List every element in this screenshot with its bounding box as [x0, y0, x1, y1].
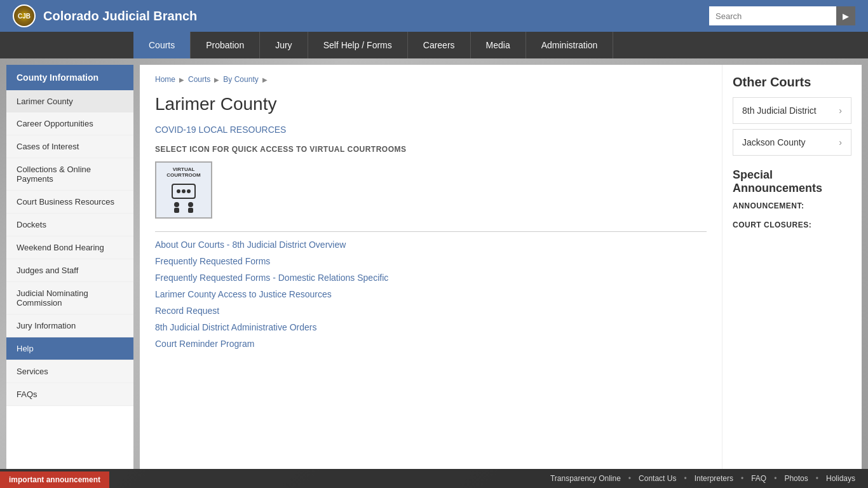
chevron-right-icon: ›: [839, 105, 842, 116]
court-closures-label: COURT CLOSURES:: [733, 220, 851, 229]
virtual-courtroom-icon[interactable]: VIRTUAL COURTROOM: [155, 161, 212, 219]
link-admin-orders[interactable]: 8th Judicial District Administrative Ord…: [155, 322, 707, 332]
sidebar-item-cases-of-interest[interactable]: Cases of Interest: [6, 135, 133, 158]
link-frequently-requested[interactable]: Frequently Requested Forms: [155, 256, 707, 266]
svg-point-1: [177, 189, 180, 193]
right-panel: Other Courts 8th Judicial District › Jac…: [722, 65, 862, 469]
nav-careers[interactable]: Careers: [408, 32, 471, 58]
footer-transparency[interactable]: Transparency Online: [550, 474, 621, 483]
breadcrumb-sep3: ▶: [262, 76, 268, 83]
search-container: ▶: [709, 6, 855, 25]
nav-probation[interactable]: Probation: [191, 32, 260, 58]
court-link-jackson[interactable]: Jackson County ›: [733, 129, 851, 156]
content-divider: [155, 231, 707, 232]
important-announcement-bar[interactable]: important announcement: [0, 471, 109, 488]
svg-point-4: [174, 202, 179, 207]
main-content: Home ▶ Courts ▶ By County ▶ Larimer Coun…: [140, 65, 722, 469]
breadcrumb-courts[interactable]: Courts: [188, 75, 210, 84]
footer-contact[interactable]: Contact Us: [639, 474, 676, 483]
nav-media[interactable]: Media: [471, 32, 526, 58]
sidebar-item-judges-staff[interactable]: Judges and Staff: [6, 259, 133, 282]
virtual-courtroom-svg: [167, 180, 200, 214]
other-courts-title: Other Courts: [733, 75, 851, 90]
breadcrumb-by-county[interactable]: By County: [223, 75, 258, 84]
link-court-reminder[interactable]: Court Reminder Program: [155, 339, 707, 349]
link-larimer-access[interactable]: Larimer County Access to Justice Resourc…: [155, 289, 707, 299]
svg-point-6: [188, 202, 193, 207]
virtual-courtroom-label: VIRTUAL COURTROOM: [156, 166, 211, 178]
search-button[interactable]: ▶: [836, 6, 855, 25]
announcements-title: Special Announcements: [733, 168, 851, 195]
chevron-right-icon-2: ›: [839, 137, 842, 147]
logo-icon: CJB: [13, 4, 36, 27]
page-title: Larimer County: [155, 94, 707, 114]
nav-selfhelp[interactable]: Self Help / Forms: [308, 32, 408, 58]
svg-rect-5: [174, 208, 179, 213]
footer-faq[interactable]: FAQ: [751, 474, 766, 483]
announcement-label: ANNOUNCEMENT:: [733, 201, 851, 210]
svg-point-2: [182, 189, 186, 193]
court-link-8th-judicial[interactable]: 8th Judicial District ›: [733, 97, 851, 124]
sidebar: County Information Larimer County Career…: [6, 65, 133, 469]
site-title: Colorado Judicial Branch: [43, 9, 197, 24]
court-link-8th-label: 8th Judicial District: [742, 105, 817, 116]
sidebar-item-collections[interactable]: Collections & Online Payments: [6, 158, 133, 191]
breadcrumb-home[interactable]: Home: [155, 75, 175, 84]
sidebar-item-career-opportunities[interactable]: Career Opportunities: [6, 112, 133, 135]
sidebar-item-dockets[interactable]: Dockets: [6, 214, 133, 236]
header-logo: CJB Colorado Judicial Branch: [13, 4, 197, 27]
link-about-courts[interactable]: About Our Courts - 8th Judicial District…: [155, 240, 707, 250]
sidebar-item-services[interactable]: Services: [6, 360, 133, 383]
breadcrumb: Home ▶ Courts ▶ By County ▶: [155, 75, 707, 84]
breadcrumb-sep2: ▶: [214, 76, 219, 83]
court-link-jackson-label: Jackson County: [742, 137, 806, 147]
breadcrumb-sep1: ▶: [179, 76, 184, 83]
sidebar-item-help[interactable]: Help: [6, 337, 133, 360]
sidebar-item-court-business[interactable]: Court Business Resources: [6, 191, 133, 214]
footer-holidays[interactable]: Holidays: [826, 474, 855, 483]
nav-courts[interactable]: Courts: [133, 32, 191, 58]
sidebar-header: County Information: [6, 65, 133, 90]
sidebar-subheader[interactable]: Larimer County: [6, 90, 133, 112]
footer-bar: Transparency Online • Contact Us • Inter…: [0, 469, 868, 488]
content-links-list: About Our Courts - 8th Judicial District…: [155, 240, 707, 349]
sidebar-item-judicial-nominating[interactable]: Judicial Nominating Commission: [6, 282, 133, 315]
main-nav: Courts Probation Jury Self Help / Forms …: [0, 32, 868, 58]
content-wrapper: Home ▶ Courts ▶ By County ▶ Larimer Coun…: [140, 65, 862, 469]
sidebar-item-jury-information[interactable]: Jury Information: [6, 315, 133, 337]
svg-rect-7: [188, 208, 193, 213]
main-layout: County Information Larimer County Career…: [0, 58, 868, 469]
sidebar-item-weekend-bond[interactable]: Weekend Bond Hearing: [6, 236, 133, 259]
svg-point-3: [187, 189, 191, 193]
virtual-section-label: SELECT ICON FOR QUICK ACCESS TO VIRTUAL …: [155, 145, 707, 154]
footer-interpreters[interactable]: Interpreters: [695, 474, 733, 483]
search-input[interactable]: [709, 6, 836, 25]
link-record-request[interactable]: Record Request: [155, 306, 707, 316]
nav-jury[interactable]: Jury: [260, 32, 308, 58]
header: CJB Colorado Judicial Branch ▶: [0, 0, 868, 32]
footer-photos[interactable]: Photos: [784, 474, 808, 483]
sidebar-item-faqs[interactable]: FAQs: [6, 383, 133, 406]
link-frequently-requested-domestic[interactable]: Frequently Requested Forms - Domestic Re…: [155, 273, 707, 283]
nav-administration[interactable]: Administration: [526, 32, 614, 58]
covid-link[interactable]: COVID-19 LOCAL RESOURCES: [155, 125, 707, 135]
